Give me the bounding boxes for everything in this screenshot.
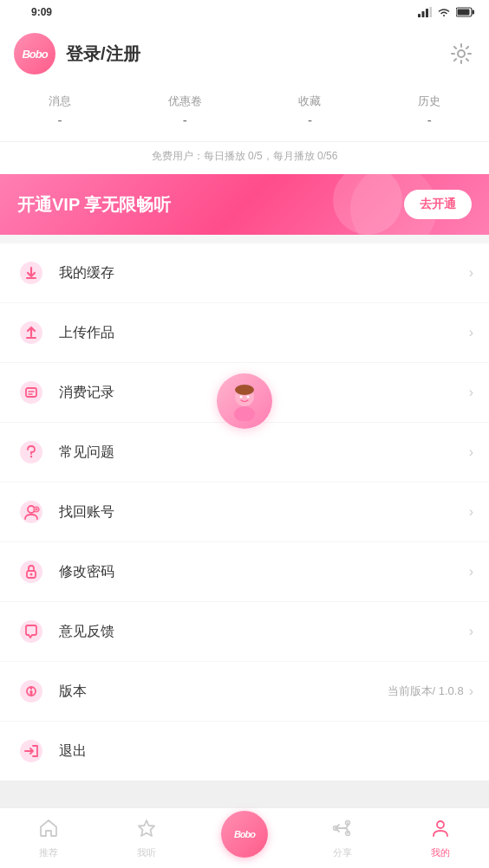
stat-coupons-label: 优惠卷 bbox=[168, 94, 202, 109]
logout-icon bbox=[16, 735, 47, 767]
menu-password-label: 修改密码 bbox=[59, 563, 469, 581]
svg-point-21 bbox=[20, 501, 42, 523]
svg-point-7 bbox=[458, 50, 465, 57]
nav-listen-label: 我听 bbox=[137, 846, 156, 859]
stat-coupons: 优惠卷 - bbox=[168, 94, 202, 127]
menu-item-cache[interactable]: 我的缓存 › bbox=[0, 243, 489, 303]
menu-item-feedback[interactable]: 意见反馈 › bbox=[0, 602, 489, 662]
menu-item-logout[interactable]: 退出 bbox=[0, 722, 489, 781]
nav-mine-label: 我的 bbox=[431, 846, 450, 859]
svg-point-20 bbox=[30, 456, 32, 457]
status-bar: 9:09 bbox=[0, 0, 489, 24]
battery-icon bbox=[456, 7, 475, 17]
chevron-cache: › bbox=[469, 265, 473, 281]
stats-row: 消息 - 优惠卷 - 收藏 - 历史 - bbox=[0, 83, 489, 142]
nav-share-label: 分享 bbox=[333, 846, 352, 859]
status-time: 9:09 bbox=[31, 6, 52, 18]
svg-point-17 bbox=[20, 381, 42, 404]
chevron-consumption: › bbox=[469, 385, 473, 400]
menu-faq-label: 常见问题 bbox=[59, 444, 469, 462]
menu-item-faq[interactable]: 常见问题 › bbox=[0, 423, 489, 483]
vip-banner[interactable]: 开通VIP 享无限畅听 去开通 bbox=[0, 174, 489, 235]
menu-list: 我的缓存 › 上传作品 › 消费记录 › bbox=[0, 243, 489, 781]
recover-icon bbox=[16, 496, 47, 528]
svg-point-10 bbox=[234, 406, 255, 421]
upload-icon bbox=[16, 317, 47, 348]
menu-recover-label: 找回账号 bbox=[59, 503, 469, 521]
cache-icon bbox=[16, 257, 47, 288]
svg-point-9 bbox=[235, 385, 254, 395]
feedback-icon bbox=[16, 616, 47, 647]
nav-item-share[interactable]: 分享 bbox=[316, 818, 368, 859]
stat-favorites-label: 收藏 bbox=[298, 94, 321, 109]
menu-item-password[interactable]: 修改密码 › bbox=[0, 542, 489, 602]
menu-item-version[interactable]: 版本 当前版本/ 1.0.8 › bbox=[0, 662, 489, 722]
stat-history-label: 历史 bbox=[418, 94, 440, 109]
nav-item-recommend[interactable]: 推荐 bbox=[23, 818, 75, 859]
menu-upload-label: 上传作品 bbox=[59, 324, 469, 342]
svg-rect-6 bbox=[458, 10, 470, 16]
menu-logout-label: 退出 bbox=[59, 742, 473, 761]
consumption-icon bbox=[16, 377, 47, 408]
menu-version-label: 版本 bbox=[59, 683, 388, 701]
menu-version-value: 当前版本/ 1.0.8 bbox=[388, 683, 464, 699]
svg-rect-31 bbox=[30, 690, 33, 695]
stat-messages-value: - bbox=[57, 113, 62, 127]
svg-rect-1 bbox=[422, 11, 425, 17]
header: Bobo 登录/注册 bbox=[0, 24, 489, 83]
password-icon bbox=[16, 556, 47, 587]
svg-point-11 bbox=[240, 396, 243, 398]
menu-item-upload[interactable]: 上传作品 › bbox=[0, 303, 489, 363]
faq-icon bbox=[16, 437, 47, 468]
svg-point-12 bbox=[247, 396, 250, 398]
stat-messages-label: 消息 bbox=[49, 94, 71, 109]
stat-coupons-value: - bbox=[183, 113, 187, 127]
svg-point-24 bbox=[20, 560, 42, 583]
share-icon bbox=[332, 818, 353, 844]
page-title: 登录/注册 bbox=[66, 42, 437, 66]
svg-point-26 bbox=[30, 573, 33, 576]
svg-rect-16 bbox=[26, 337, 36, 339]
chevron-version: › bbox=[469, 683, 473, 699]
star-icon bbox=[136, 818, 157, 844]
menu-feedback-label: 意见反馈 bbox=[59, 623, 469, 641]
center-logo[interactable]: Bobo bbox=[221, 811, 268, 858]
chevron-upload: › bbox=[469, 325, 473, 340]
nav-recommend-label: 推荐 bbox=[39, 846, 58, 859]
version-icon bbox=[16, 676, 47, 707]
vip-open-button[interactable]: 去开通 bbox=[404, 190, 472, 219]
stat-favorites-value: - bbox=[308, 113, 312, 127]
chevron-password: › bbox=[469, 564, 473, 580]
svg-rect-14 bbox=[26, 277, 36, 279]
svg-rect-5 bbox=[473, 10, 475, 15]
free-hint: 免费用户：每日播放 0/5，每月播放 0/56 bbox=[0, 142, 489, 174]
svg-point-36 bbox=[437, 821, 444, 828]
stat-history-value: - bbox=[427, 113, 432, 127]
chevron-feedback: › bbox=[469, 624, 473, 639]
nav-item-listen[interactable]: 我听 bbox=[121, 818, 173, 859]
menu-cache-label: 我的缓存 bbox=[59, 264, 469, 282]
signal-icon bbox=[418, 7, 432, 17]
svg-point-30 bbox=[30, 688, 32, 690]
svg-rect-3 bbox=[430, 7, 433, 17]
stat-favorites: 收藏 - bbox=[298, 94, 321, 127]
profile-icon bbox=[430, 818, 451, 844]
app-logo: Bobo bbox=[14, 33, 55, 74]
chevron-recover: › bbox=[469, 504, 473, 520]
nav-item-mine[interactable]: 我的 bbox=[414, 818, 466, 859]
svg-rect-0 bbox=[418, 14, 421, 17]
avatar bbox=[217, 373, 272, 429]
svg-rect-2 bbox=[426, 9, 428, 17]
nav-item-center[interactable]: Bobo bbox=[218, 811, 271, 866]
svg-point-27 bbox=[20, 620, 42, 643]
chevron-faq: › bbox=[469, 444, 473, 460]
menu-item-recover[interactable]: 找回账号 › bbox=[0, 483, 489, 542]
stat-messages: 消息 - bbox=[49, 94, 71, 127]
wifi-icon bbox=[437, 7, 451, 17]
vip-text: 开通VIP 享无限畅听 bbox=[17, 193, 171, 217]
stat-history: 历史 - bbox=[418, 94, 440, 127]
home-icon bbox=[38, 818, 59, 844]
settings-icon[interactable] bbox=[447, 40, 475, 68]
bottom-nav: 推荐 我听 Bobo 分享 bbox=[0, 807, 489, 868]
